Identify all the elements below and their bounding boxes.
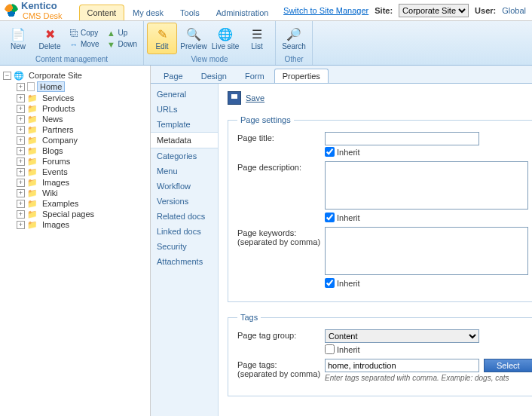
- expand-icon[interactable]: +: [17, 210, 25, 219]
- move-button[interactable]: ↔Move: [66, 39, 102, 50]
- expand-icon[interactable]: +: [17, 200, 25, 208]
- globe-icon: 🌐: [218, 26, 233, 41]
- subtab-page[interactable]: Page: [155, 69, 191, 83]
- side-item-menu[interactable]: Menu: [151, 164, 218, 179]
- copy-button[interactable]: ⿻Copy: [66, 28, 102, 38]
- tab-tools[interactable]: Tools: [172, 5, 208, 20]
- tags-hint: Enter tags separated with comma. Example…: [325, 374, 532, 382]
- tab-administration[interactable]: Administration: [208, 5, 277, 20]
- search-button[interactable]: 🔎Search: [279, 23, 309, 54]
- tree-node[interactable]: +📁News: [17, 114, 147, 124]
- up-icon: ▲: [106, 29, 115, 38]
- preview-button[interactable]: 🔍Preview: [179, 23, 209, 54]
- tree-node[interactable]: +📁Services: [17, 93, 147, 103]
- expand-icon[interactable]: +: [17, 136, 25, 145]
- expand-icon[interactable]: +: [17, 221, 25, 229]
- new-button[interactable]: 📄New: [3, 23, 33, 54]
- side-item-linked-docs[interactable]: Linked docs: [151, 224, 218, 239]
- tree-node[interactable]: +📁Images: [17, 177, 147, 188]
- tree-node[interactable]: +📁Wiki: [17, 188, 147, 198]
- logo-line1: Kentico: [21, 0, 63, 11]
- tag-group-select[interactable]: Content: [325, 329, 479, 343]
- side-item-template[interactable]: Template: [151, 117, 218, 132]
- tree-node[interactable]: +📁Products: [17, 103, 147, 114]
- tree-node[interactable]: +Home: [17, 81, 147, 93]
- ribbon: 📄New ✖Delete ⿻Copy ↔Move ▲Up ▼Down Conte…: [0, 21, 532, 66]
- logo: Kentico CMS Desk: [0, 0, 67, 20]
- tree-label: Images: [40, 220, 72, 229]
- page-keywords-input[interactable]: [325, 227, 528, 275]
- tree-node[interactable]: +📁Examples: [17, 198, 147, 209]
- side-item-metadata[interactable]: Metadata: [151, 132, 218, 148]
- tag-group-inherit-checkbox[interactable]: [325, 344, 335, 354]
- subtab-form[interactable]: Form: [237, 69, 273, 83]
- folder-icon: 📁: [27, 146, 38, 155]
- expand-icon[interactable]: +: [17, 147, 25, 155]
- page-keywords-inherit-checkbox[interactable]: [325, 278, 335, 288]
- side-item-security[interactable]: Security: [151, 239, 218, 254]
- side-item-attachments[interactable]: Attachments: [151, 254, 218, 269]
- page-desc-input[interactable]: [325, 161, 528, 210]
- tree-root-label: Corporate Site: [26, 71, 84, 80]
- tree-node[interactable]: +📁Events: [17, 167, 147, 177]
- tree-node[interactable]: +📁Blogs: [17, 145, 147, 156]
- page-desc-inherit-checkbox[interactable]: [325, 213, 335, 222]
- logo-icon: [5, 4, 18, 17]
- list-button[interactable]: ☰List: [242, 23, 272, 54]
- live-site-button[interactable]: 🌐Live site: [210, 23, 240, 54]
- save-link[interactable]: Save: [246, 93, 264, 102]
- expand-icon[interactable]: +: [17, 105, 25, 113]
- expand-icon[interactable]: +: [17, 158, 25, 166]
- side-item-workflow[interactable]: Workflow: [151, 179, 218, 194]
- page-title-input[interactable]: [325, 132, 479, 145]
- expand-icon[interactable]: +: [17, 94, 25, 102]
- move-icon: ↔: [69, 40, 78, 49]
- tree-label: Products: [40, 104, 77, 113]
- ribbon-group-content-management: 📄New ✖Delete ⿻Copy ↔Move ▲Up ▼Down Conte…: [0, 21, 144, 65]
- expand-icon[interactable]: +: [17, 115, 25, 124]
- tree-node[interactable]: +📁Partners: [17, 124, 147, 135]
- expand-icon[interactable]: +: [17, 126, 25, 134]
- sub-tabs: Page Design Form Properties: [151, 66, 532, 84]
- side-item-categories[interactable]: Categories: [151, 148, 218, 164]
- tab-content[interactable]: Content: [79, 5, 125, 20]
- select-tags-button[interactable]: Select: [484, 359, 532, 372]
- side-item-urls[interactable]: URLs: [151, 102, 218, 117]
- right-pane: Page Design Form Properties GeneralURLsT…: [151, 66, 532, 416]
- tree-node[interactable]: +📁Company: [17, 135, 147, 145]
- delete-button[interactable]: ✖Delete: [35, 23, 65, 54]
- page-title-inherit-checkbox[interactable]: [325, 147, 335, 157]
- tree-node[interactable]: +📁Forums: [17, 156, 147, 167]
- switch-to-site-manager-link[interactable]: Switch to Site Manager: [283, 6, 368, 15]
- page-tags-input[interactable]: [325, 359, 479, 372]
- expand-icon[interactable]: +: [17, 179, 25, 187]
- tree-root-node[interactable]: − 🌐 Corporate Site: [3, 70, 147, 81]
- page-settings-legend: Page settings: [237, 115, 294, 124]
- collapse-icon[interactable]: −: [3, 72, 11, 80]
- side-item-related-docs[interactable]: Related docs: [151, 209, 218, 224]
- tree-node[interactable]: +📁Special pages: [17, 209, 147, 219]
- edit-button[interactable]: ✎Edit: [147, 23, 177, 54]
- side-item-general[interactable]: General: [151, 87, 218, 102]
- new-doc-icon: 📄: [11, 26, 26, 41]
- page-desc-label: Page description:: [237, 161, 325, 172]
- expand-icon[interactable]: +: [17, 189, 25, 197]
- side-item-versions[interactable]: Versions: [151, 194, 218, 209]
- tag-group-inherit[interactable]: Inherit: [325, 344, 532, 354]
- tab-my-desk[interactable]: My desk: [124, 5, 172, 20]
- site-select[interactable]: Corporate Site: [399, 4, 469, 17]
- page-keywords-inherit[interactable]: Inherit: [325, 278, 528, 288]
- tree-label: Company: [40, 136, 80, 145]
- page-title-inherit[interactable]: Inherit: [325, 147, 528, 157]
- tree-node[interactable]: +📁Images: [17, 219, 147, 230]
- globe-icon: 🌐: [14, 71, 24, 80]
- tag-group-label: Page tag group:: [237, 329, 325, 340]
- down-button[interactable]: ▼Down: [103, 39, 140, 50]
- expand-icon[interactable]: +: [17, 168, 25, 176]
- subtab-design[interactable]: Design: [193, 69, 235, 83]
- up-button[interactable]: ▲Up: [103, 28, 140, 38]
- page-desc-inherit[interactable]: Inherit: [325, 213, 528, 222]
- app-header: Kentico CMS Desk Content My desk Tools A…: [0, 0, 532, 21]
- subtab-properties[interactable]: Properties: [274, 69, 329, 83]
- expand-icon[interactable]: +: [17, 83, 25, 91]
